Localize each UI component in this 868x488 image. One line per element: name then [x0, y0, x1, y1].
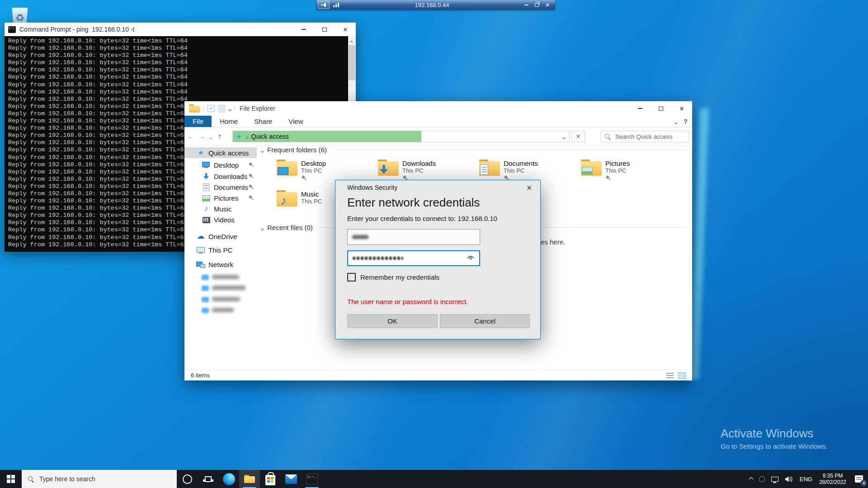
taskbar-mail-button[interactable] — [281, 470, 302, 488]
tray-date: 28/02/2022 — [819, 479, 846, 485]
explorer-search-box[interactable] — [600, 131, 689, 142]
dialog-close-button[interactable]: ✕ — [524, 183, 534, 193]
clock[interactable]: 9:35 PM 28/02/2022 — [816, 470, 850, 488]
sidebar-item-label: Documents — [214, 183, 248, 191]
password-redacted-value — [353, 257, 403, 260]
details-view-icon[interactable] — [666, 373, 674, 378]
help-icon[interactable]: ? — [684, 117, 688, 125]
start-button[interactable] — [0, 470, 22, 488]
tab-home[interactable]: Home — [212, 116, 246, 127]
chevron-down-icon — [675, 121, 678, 124]
remember-credentials-option[interactable]: Remember my credentials — [347, 273, 439, 282]
taskbar-edge-button[interactable] — [218, 470, 239, 488]
tab-file[interactable]: File — [184, 116, 212, 127]
cmd-title-bar[interactable]: C:\ Command Prompt - ping 192.168.0.10 -… — [5, 23, 356, 36]
forward-button[interactable]: → — [196, 132, 208, 141]
sidebar-item-label: This PC — [208, 246, 232, 254]
remember-checkbox[interactable] — [347, 273, 356, 282]
scroll-up-icon — [350, 41, 353, 44]
close-button[interactable]: ✕ — [671, 101, 692, 116]
address-dropdown-button[interactable] — [563, 132, 565, 141]
network-tray-button[interactable] — [768, 470, 782, 488]
sidebar-item-downloads[interactable]: Downloads — [184, 171, 257, 182]
sidebar-item-pictures[interactable]: Pictures — [184, 192, 257, 203]
address-toolbar: ← → ↑ ★ Quick access ✕ — [184, 127, 692, 145]
new-folder-icon[interactable] — [218, 105, 225, 113]
back-button[interactable]: ← — [184, 132, 196, 141]
password-field[interactable] — [347, 250, 480, 266]
taskbar-search-box[interactable] — [22, 470, 177, 488]
video-icon — [202, 216, 211, 223]
sidebar-item-label: Pictures — [214, 194, 238, 202]
sidebar-item-quick-access[interactable]: ★Quick access — [184, 147, 257, 158]
sidebar-item-network[interactable]: Network — [184, 259, 257, 270]
minimize-icon — [638, 108, 642, 108]
minimize-button[interactable] — [630, 101, 651, 116]
pin-toolbar-button[interactable] — [318, 1, 330, 9]
password-reveal-button[interactable] — [467, 255, 475, 261]
watermark-line1: Activate Windows — [721, 427, 828, 441]
minimize-icon[interactable] — [524, 5, 528, 5]
large-icons-view-icon[interactable] — [678, 372, 686, 379]
properties-icon[interactable]: ✓ — [208, 105, 215, 112]
signal-bars-icon — [333, 2, 340, 8]
pc-icon — [196, 246, 205, 253]
sidebar-item-label: Downloads — [214, 173, 247, 180]
recent-locations-button[interactable] — [210, 132, 212, 141]
sidebar-item-network-computer[interactable] — [184, 305, 257, 315]
tile-name: Music — [301, 190, 322, 198]
music-overlay-icon: ♪ — [280, 195, 287, 206]
sidebar-item-onedrive[interactable]: ☁OneDrive — [184, 231, 257, 242]
taskbar-search-input[interactable] — [38, 475, 165, 483]
desktop-overlay-icon — [278, 167, 288, 175]
stop-refresh-button[interactable]: ✕ — [571, 131, 585, 142]
error-message: The user name or password is incorrect. — [347, 298, 468, 305]
frequent-folders-header[interactable]: Frequent folders (6) — [261, 146, 685, 154]
breadcrumb[interactable]: Quick access — [251, 133, 289, 140]
folder-icon — [277, 160, 297, 176]
sidebar-item-network-computer[interactable] — [184, 282, 257, 293]
explorer-title-bar[interactable]: ✓ File Explorer ✕ — [184, 101, 692, 116]
volume-tray-button[interactable] — [782, 470, 797, 488]
sidebar-item-this-pc[interactable]: This PC — [184, 244, 257, 255]
address-bar[interactable]: ★ Quick access — [232, 131, 570, 142]
tab-view[interactable]: View — [280, 116, 311, 127]
taskbar-store-button[interactable] — [260, 470, 281, 488]
restore-icon[interactable] — [535, 3, 539, 7]
maximize-button[interactable] — [314, 23, 335, 36]
cmd-window-title: Command Prompt - ping 192.168.0.10 -t — [19, 26, 134, 33]
watermark-line2: Go to Settings to activate Windows. — [721, 442, 828, 450]
sidebar-item-network-computer[interactable] — [184, 272, 257, 282]
ok-button[interactable]: OK — [347, 314, 438, 328]
taskbar-command-prompt-button[interactable]: C:\_ — [302, 470, 322, 488]
up-button[interactable]: ↑ — [214, 132, 226, 141]
close-icon[interactable]: ✕ — [545, 2, 550, 8]
cancel-button[interactable]: Cancel — [440, 314, 530, 328]
folder-icon — [581, 160, 602, 176]
maximize-button[interactable] — [651, 101, 671, 116]
scrollbar-thumb[interactable] — [349, 45, 355, 80]
sidebar-item-label: Quick access — [208, 149, 249, 157]
taskbar-file-explorer-button[interactable] — [239, 470, 260, 488]
tab-share[interactable]: Share — [246, 116, 280, 127]
sidebar-item-desktop[interactable]: Desktop — [184, 160, 257, 170]
minimize-button[interactable] — [293, 23, 314, 36]
sidebar-item-music[interactable]: ♪Music — [184, 203, 257, 214]
expand-ribbon-button[interactable] — [675, 117, 677, 126]
customize-quick-access-button[interactable] — [229, 104, 231, 113]
tray-overflow-button[interactable] — [746, 470, 756, 488]
sidebar-item-documents[interactable]: Documents — [184, 182, 257, 192]
sidebar-item-videos[interactable]: Videos — [184, 214, 257, 225]
remote-session-tray-button[interactable] — [756, 470, 768, 488]
username-field[interactable] — [347, 229, 480, 245]
search-input[interactable] — [614, 133, 682, 141]
folder-tile-pictures[interactable]: PicturesThis PC — [581, 160, 677, 185]
cortana-icon — [183, 474, 192, 484]
language-indicator[interactable]: ENG — [797, 470, 816, 488]
taskbar-cortana-button[interactable] — [177, 470, 198, 488]
close-button[interactable]: ✕ — [335, 23, 356, 36]
action-center-button[interactable]: 4 — [850, 470, 868, 488]
taskbar-task-view-button[interactable] — [198, 470, 218, 488]
cmd-line: Reply from 192.168.0.10: bytes=32 time<1… — [8, 81, 352, 89]
sidebar-item-network-computer[interactable] — [184, 294, 257, 305]
